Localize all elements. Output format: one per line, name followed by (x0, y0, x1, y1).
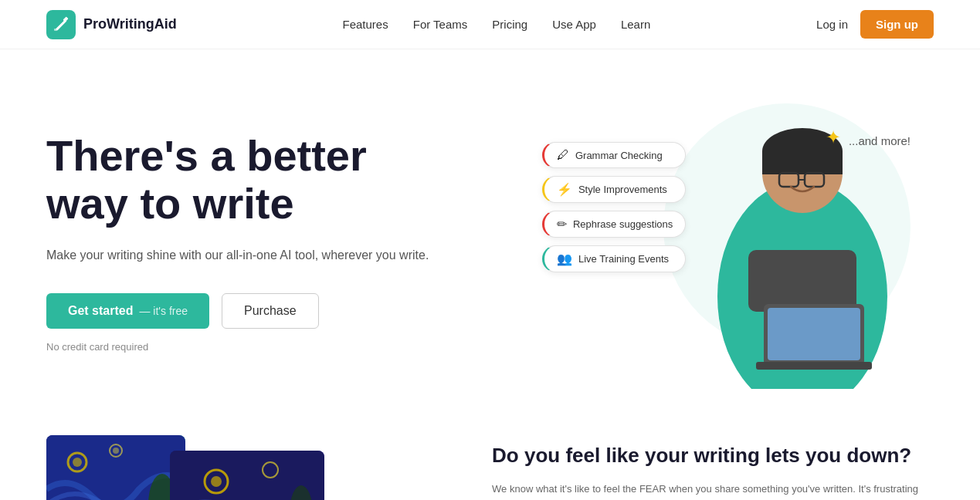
svg-rect-6 (762, 151, 843, 174)
nav-learn[interactable]: Learn (621, 18, 650, 31)
and-more-label: ...and more! (849, 134, 910, 147)
logo[interactable]: ProWritingAid (46, 10, 177, 39)
nav-links: Features For Teams Pricing Use App Learn (343, 18, 651, 31)
nav-features[interactable]: Features (343, 18, 388, 31)
painting-card-1 (46, 435, 185, 500)
bottom-content: Do you feel like your writing lets you d… (492, 435, 936, 500)
grammar-icon: 🖊 (557, 148, 569, 162)
purchase-button[interactable]: Purchase (222, 293, 319, 329)
bottom-text: We know what it's like to feel the FEAR … (492, 481, 936, 500)
style-icon: ⚡ (557, 182, 572, 197)
logo-text: ProWritingAid (83, 16, 177, 32)
signup-button[interactable]: Sign up (860, 10, 934, 39)
bottom-section: My idea in my head Do you feel like your… (0, 420, 980, 500)
login-button[interactable]: Log in (816, 18, 848, 31)
hero-image-area: 🖊 Grammar Checking ⚡ Style Improvements … (534, 96, 934, 389)
svg-rect-10 (748, 250, 856, 312)
svg-point-22 (211, 476, 222, 487)
svg-rect-12 (768, 308, 860, 360)
training-icon: 👥 (557, 252, 572, 266)
pill-rephrase: ✏ Rephrase suggestions (542, 211, 686, 238)
svg-point-18 (113, 448, 119, 454)
plus-star-icon: ✦ (826, 127, 841, 148)
hero-content: There's a better way to write Make your … (46, 132, 534, 353)
svg-rect-13 (756, 362, 872, 370)
svg-rect-2 (54, 29, 57, 31)
logo-icon (46, 10, 76, 39)
svg-point-16 (73, 458, 82, 467)
nav-pricing[interactable]: Pricing (492, 18, 527, 31)
hero-title: There's a better way to write (46, 132, 534, 227)
get-started-button[interactable]: Get started — it's free (46, 293, 209, 329)
feature-pills: 🖊 Grammar Checking ⚡ Style Improvements … (542, 142, 686, 272)
bottom-image-area: My idea in my head (46, 435, 446, 500)
pill-style: ⚡ Style Improvements (542, 176, 686, 203)
nav-for-teams[interactable]: For Teams (413, 18, 468, 31)
nav-use-app[interactable]: Use App (552, 18, 596, 31)
hero-section: There's a better way to write Make your … (0, 49, 980, 420)
nav-actions: Log in Sign up (816, 10, 934, 39)
bottom-title: Do you feel like your writing lets you d… (492, 443, 936, 469)
no-credit-text: No credit card required (46, 341, 534, 353)
navbar: ProWritingAid Features For Teams Pricing… (0, 0, 980, 49)
painting-card-2 (170, 451, 324, 500)
rephrase-icon: ✏ (557, 217, 567, 231)
hero-subtitle: Make your writing shine with our all-in-… (46, 245, 534, 265)
hero-buttons: Get started — it's free Purchase (46, 293, 534, 329)
pill-grammar: 🖊 Grammar Checking (542, 142, 686, 168)
pill-training: 👥 Live Training Events (542, 245, 686, 272)
